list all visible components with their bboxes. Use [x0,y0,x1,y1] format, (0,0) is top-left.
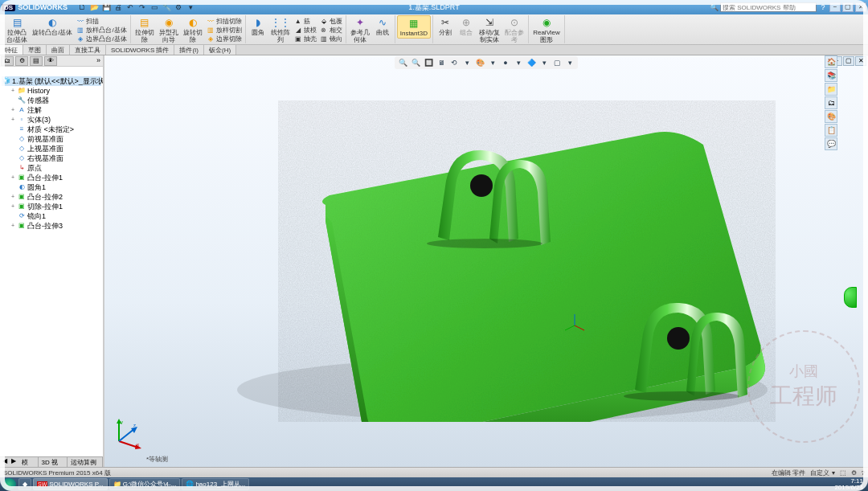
qat-redo-icon[interactable]: ↷ [137,2,148,13]
minimize-button[interactable]: − [829,2,841,12]
hud-display-style-icon[interactable]: 🎨 [474,57,485,68]
hud-dd4-icon[interactable]: ▾ [538,57,550,68]
tab-plugins[interactable]: 插件(I) [174,45,204,55]
hud-dd1-icon[interactable]: ▾ [461,57,473,68]
tree-item[interactable]: ◐圆角1 [2,182,101,192]
panel-collapse-button[interactable]: » [96,56,102,65]
tree-item[interactable]: +▣凸台-拉伸3 [2,221,101,231]
expand-icon[interactable]: + [10,202,16,211]
taskbar-explorer[interactable]: 📁G:\微信公众号\4-... [109,478,181,490]
tree-item[interactable]: +▣凸台-拉伸2 [2,192,101,202]
qat-rebuild-icon[interactable]: 🔧 [161,2,172,13]
task-pane-expand-handle[interactable] [844,287,857,308]
tab-surfaces[interactable]: 曲面 [47,45,70,55]
panel-tab-config-icon[interactable]: ▤ [30,56,43,66]
qat-undo-icon[interactable]: ↶ [125,2,136,13]
tree-item[interactable]: +▣凸台-拉伸1 [2,173,101,182]
expand-icon[interactable]: + [10,115,16,125]
hud-hide-show-icon[interactable]: ● [500,57,511,68]
hud-view-orient-icon[interactable]: ⟲ [448,57,460,68]
motion-tab-study[interactable]: 运动算例1 [68,457,103,467]
taskbar-browser[interactable]: 🌐hao123_上网从... [182,478,249,490]
tree-item[interactable]: ◇上视基准面 [2,144,101,153]
sweep-cut-button[interactable]: 〰扫描切除 [205,17,244,26]
taskpane-custom-props-icon[interactable]: 📋 [825,124,837,137]
linear-pattern-button[interactable]: ⋮⋮线性阵列 [268,15,293,44]
feature-tree[interactable]: 🧊 1.基架 (默认<<默认>_显示状态 1 +📁History🔧传感器+A注解… [0,75,103,232]
motion-tab-prev[interactable]: ◀ [0,457,10,467]
qat-more-icon[interactable]: ▾ [185,2,196,13]
tab-addins[interactable]: SOLIDWORKS 插件 [106,45,174,55]
tree-item[interactable]: +A注解 [2,105,101,115]
taskbar-solidworks[interactable]: SWSOLIDWORKS P... [33,478,108,490]
shell-button[interactable]: ▣抽壳 [293,35,318,43]
panel-tab-display-icon[interactable]: 👁 [44,56,57,66]
revolve-cut-button[interactable]: ◐旋转切除 [181,15,205,44]
hud-appearance-icon[interactable]: 🔷 [526,57,537,68]
mirror-button[interactable]: ▥镜向 [318,35,344,43]
motion-tab-next[interactable]: ▶ [10,457,19,467]
taskpane-resources-icon[interactable]: 🏠 [825,55,837,68]
qat-options-icon[interactable]: ⚙ [173,2,184,13]
taskpane-appearances-icon[interactable]: 🎨 [825,110,837,123]
status-help-icon[interactable]: ? [862,469,865,477]
reference-geometry-button[interactable]: ✦参考几何体 [348,15,372,44]
motion-tab-3dview[interactable]: 3D 视图 [39,457,68,467]
expand-icon[interactable]: + [10,192,16,202]
tree-item[interactable]: ≡材质 <未指定> [2,125,101,134]
fillet-button[interactable]: ◗圆角 [248,15,268,44]
motion-tab-model[interactable]: 模型 [18,457,38,467]
tab-features[interactable]: 特征 [0,45,23,55]
help-search-input[interactable] [720,2,817,12]
taskpane-forum-icon[interactable]: 💬 [825,137,837,150]
extrude-cut-button[interactable]: ▤拉伸切除 [133,15,157,44]
inner-close-button[interactable]: ✕ [855,56,866,66]
view-triad[interactable]: y x z [111,417,143,449]
taskpane-view-palette-icon[interactable]: 🗂 [825,96,837,109]
help-icon[interactable]: ? [818,3,828,11]
hole-wizard-button[interactable]: ◉异型孔向导 [157,15,181,44]
hud-scene-icon[interactable]: ▢ [551,57,563,68]
panel-tab-property-icon[interactable]: ⚙ [15,56,28,66]
expand-icon[interactable]: + [10,105,16,115]
expand-icon[interactable]: + [10,173,16,182]
rib-button[interactable]: ▲筋 [293,17,318,26]
revolve-boss-button[interactable]: ◐旋转凸台/基体 [30,15,75,44]
tree-item[interactable]: 🔧传感器 [2,96,101,105]
maximize-button[interactable]: ▢ [842,2,854,12]
qat-select-icon[interactable]: ▭ [149,2,160,13]
tab-sketch[interactable]: 草图 [23,45,47,55]
panel-tab-feature-icon[interactable]: 🗂 [1,56,14,66]
taskpane-design-library-icon[interactable]: 📚 [825,69,837,82]
hud-prev-view-icon[interactable]: 🔲 [423,57,434,68]
wrap-button[interactable]: ⬙包覆 [318,17,344,26]
tree-item[interactable]: ◇右视基准面 [2,153,101,163]
tree-root[interactable]: 🧊 1.基架 (默认<<默认>_显示状态 1 [2,76,101,86]
taskpane-file-explorer-icon[interactable]: 📁 [825,83,837,96]
system-clock[interactable]: 7:11 2019/6/24 [834,478,866,491]
qat-print-icon[interactable]: 🖨 [113,2,124,13]
qat-new-icon[interactable]: 🗋 [76,2,88,13]
hud-dd3-icon[interactable]: ▾ [513,57,524,68]
intersect-button[interactable]: ⊗相交 [318,26,344,35]
expand-icon[interactable]: + [10,221,16,231]
tree-item[interactable]: ◇前视基准面 [2,134,101,144]
start-button[interactable] [2,478,16,490]
curves-button[interactable]: ∿曲线 [372,15,393,44]
loft-cut-button[interactable]: ▥放样切割 [205,26,244,35]
hud-zoom-fit-icon[interactable]: 🔍 [397,57,408,68]
status-icon1[interactable]: ⬚ [840,469,846,477]
sweep-button[interactable]: 〰扫描 [75,17,128,26]
taskbar-pin1[interactable]: ◆ [18,478,31,490]
hud-zoom-area-icon[interactable]: 🔍 [410,57,421,68]
move-copy-button[interactable]: ⇲移动/复制实体 [477,15,502,44]
hud-section-icon[interactable]: 🖥 [436,57,447,68]
extrude-boss-button[interactable]: ▤拉伸凸台/基体 [4,15,30,44]
loft-button[interactable]: ▥放样凸台/基体 [75,26,128,35]
instant3d-button[interactable]: ▦Instant3D [397,15,431,39]
combine-button[interactable]: ⊕组合 [456,15,477,44]
mate-ref-button[interactable]: ⊙配合参考 [502,15,526,44]
qat-save-icon[interactable]: 💾 [100,2,112,13]
boundary-cut-button[interactable]: ◈边界切除 [205,35,244,43]
split-button[interactable]: ✂分割 [435,15,456,44]
